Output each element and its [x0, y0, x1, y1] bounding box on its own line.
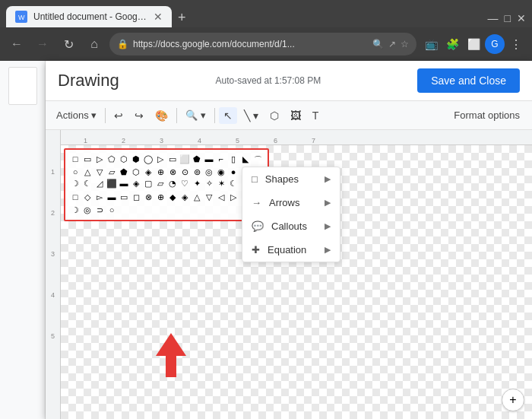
shape-icon[interactable]: ◯	[143, 154, 154, 166]
shape-icon[interactable]: ⬛	[106, 179, 117, 189]
shape-icon[interactable]: ✦	[192, 179, 202, 189]
undo-button[interactable]: ↩	[109, 107, 128, 124]
shape-icon[interactable]: ◇	[82, 192, 93, 204]
shape-icon[interactable]: ●	[228, 167, 239, 177]
shape-icon[interactable]: ◆	[167, 192, 178, 204]
arrows-menu-item[interactable]: → Arrows ▶	[242, 191, 340, 214]
menu-button[interactable]: ⋮	[506, 34, 526, 54]
maximize-icon[interactable]: □	[505, 12, 511, 24]
tab-close-icon[interactable]: ✕	[154, 11, 163, 23]
shape-icon[interactable]: ⬜	[179, 154, 190, 166]
shape-icon[interactable]: □	[70, 154, 81, 166]
shape-icon[interactable]: ◻	[131, 192, 141, 204]
shape-icon[interactable]: ▬	[106, 192, 117, 204]
extensions-button[interactable]: 🧩	[442, 34, 462, 54]
shape-icon[interactable]: ◎	[204, 167, 214, 177]
save-close-button[interactable]: Save and Close	[417, 68, 520, 93]
new-tab-button[interactable]: +	[172, 8, 192, 27]
shape-icon[interactable]: ⊙	[179, 167, 190, 177]
shape-icon[interactable]: ✧	[204, 179, 214, 189]
sidebar-button[interactable]: ⬜	[464, 34, 483, 54]
home-button[interactable]: ⌂	[84, 33, 105, 55]
minimize-icon[interactable]: —	[488, 12, 499, 24]
shape-icon[interactable]: ☽	[70, 179, 81, 189]
shape-icon[interactable]: △	[82, 167, 93, 177]
paint-format-button[interactable]: 🎨	[150, 107, 173, 124]
back-button[interactable]: ←	[6, 33, 27, 55]
shape-icon[interactable]: ▷	[228, 192, 239, 204]
redo-button[interactable]: ↪	[130, 107, 148, 124]
shape-icon[interactable]: ⬟	[192, 154, 202, 166]
shape-icon[interactable]: ⊃	[94, 205, 105, 215]
active-tab[interactable]: W Untitled document - Google Doc... ✕	[6, 6, 172, 27]
close-icon[interactable]: ✕	[517, 12, 526, 24]
actions-button[interactable]: Actions ▾	[52, 107, 101, 123]
shape-icon[interactable]: ◉	[216, 167, 226, 177]
pointer-tool-button[interactable]: ↖	[219, 107, 237, 124]
shape-icon[interactable]: ⊕	[155, 167, 166, 177]
shape-icon[interactable]: ▬	[119, 179, 129, 189]
shape-icon[interactable]: ⊗	[143, 192, 154, 204]
shape-icon[interactable]: ⌒	[252, 154, 263, 166]
shape-icon[interactable]: ☽	[70, 205, 81, 215]
shape-icon[interactable]: ◈	[179, 192, 190, 204]
image-tool-button[interactable]: 🖼	[286, 107, 306, 124]
star-icon[interactable]: ☆	[401, 39, 409, 49]
shape-icon[interactable]: ◈	[131, 179, 141, 189]
shape-icon[interactable]: ▯	[228, 154, 239, 166]
shape-icon[interactable]: ☾	[82, 179, 93, 189]
shape-icon[interactable]: ⬢	[131, 154, 141, 166]
shape-icon[interactable]: ▽	[204, 192, 214, 204]
shape-icon[interactable]: ☾	[228, 179, 239, 189]
shape-icon[interactable]: ♡	[179, 179, 190, 189]
window-controls[interactable]: — □ ✕	[488, 12, 526, 27]
shape-icon[interactable]: ▬	[204, 154, 214, 166]
equation-menu-item[interactable]: ✚ Equation ▶	[242, 238, 340, 262]
address-bar[interactable]: 🔒 https://docs.google.com/document/d/1..…	[109, 33, 416, 56]
shape-icon[interactable]: △	[192, 192, 202, 204]
shape-icon[interactable]: ◿	[94, 179, 105, 189]
shape-icon[interactable]: ⬡	[119, 154, 129, 166]
refresh-button[interactable]: ↻	[58, 33, 79, 55]
cast-button[interactable]: 📺	[421, 34, 441, 54]
share-icon[interactable]: ↗	[388, 39, 396, 49]
forward-button[interactable]: →	[32, 33, 53, 55]
shape-icon[interactable]: ⊚	[192, 167, 202, 177]
shape-icon[interactable]: ⊗	[167, 167, 178, 177]
callouts-menu-item[interactable]: 💬 Callouts ▶	[242, 214, 340, 238]
shape-icon[interactable]: □	[70, 192, 81, 204]
text-tool-button[interactable]: T	[308, 107, 324, 124]
shapes-menu-item[interactable]: □ Shapes ▶	[242, 167, 340, 191]
shape-icon[interactable]: ⬡	[131, 167, 141, 177]
shape-icon[interactable]: ▽	[94, 167, 105, 177]
zoom-button[interactable]: 🔍 ▾	[181, 107, 211, 123]
shape-icon[interactable]: ▷	[94, 154, 105, 166]
shape-icon[interactable]: ◁	[216, 192, 226, 204]
shape-icon[interactable]: ○	[70, 167, 81, 177]
shape-tool-button[interactable]: ⬡	[265, 107, 283, 124]
shape-icon[interactable]: ◎	[82, 205, 93, 215]
format-options-button[interactable]: Format options	[448, 107, 526, 123]
shape-icon[interactable]: ▭	[119, 192, 129, 204]
shape-icon[interactable]: ⬠	[106, 154, 117, 166]
shape-icon[interactable]: ✶	[216, 179, 226, 189]
line-tool-button[interactable]: ╲ ▾	[239, 107, 263, 124]
shape-icon[interactable]: ⌐	[216, 154, 226, 166]
svg-text:W: W	[18, 14, 25, 21]
shape-icon[interactable]: ◈	[143, 167, 154, 177]
search-icon[interactable]: 🔍	[372, 39, 384, 49]
shape-icon[interactable]: ⬟	[119, 167, 129, 177]
profile-button[interactable]: G	[485, 34, 505, 54]
shape-icon[interactable]: ▢	[143, 179, 154, 189]
shape-icon[interactable]: ○	[106, 205, 117, 215]
shape-icon[interactable]: ◣	[240, 154, 251, 166]
shape-icon[interactable]: ▭	[82, 154, 93, 166]
shape-icon[interactable]: ▱	[106, 167, 117, 177]
zoom-in-button[interactable]: +	[502, 389, 524, 411]
shape-icon[interactable]: ◔	[167, 179, 178, 189]
shape-icon[interactable]: ▷	[155, 154, 166, 166]
shape-icon[interactable]: ▱	[155, 179, 166, 189]
shape-icon[interactable]: ▭	[167, 154, 178, 166]
shape-icon[interactable]: ▻	[94, 192, 105, 204]
shape-icon[interactable]: ⊕	[155, 192, 166, 204]
